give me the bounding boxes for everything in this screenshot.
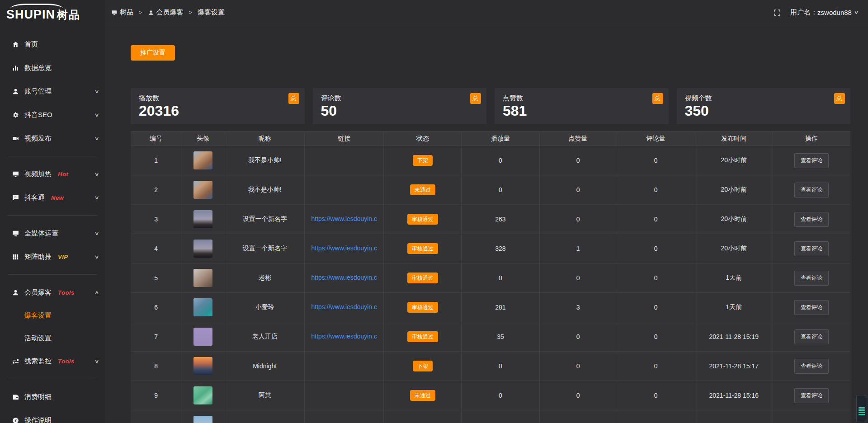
sidebar-item-badge: VIP — [58, 254, 68, 260]
sidebar-item[interactable]: 账号管理 ∨ — [0, 80, 105, 103]
sidebar-item[interactable]: 全媒体运营 ∨ — [0, 221, 105, 245]
cell-status: 审核通过 — [384, 263, 462, 293]
cell-publish-time: 20小时前 — [695, 146, 773, 175]
table-row: 5 老彬 https://www.iesdouyin.c 审核通过 0 0 0 … — [131, 263, 850, 293]
cell-nickname: 小爱玲 — [225, 293, 305, 322]
cell-publish-time: 2021-11-28 15:16 — [695, 381, 773, 410]
grid-icon — [13, 254, 18, 259]
cell-actions: 查看评论 — [773, 234, 850, 263]
cell-avatar — [181, 293, 225, 322]
sidebar-item[interactable]: 消费明细 — [0, 385, 105, 409]
video-link[interactable]: https://www.iesdouyin.c — [311, 303, 377, 310]
sidebar-item[interactable]: 抖音SEO ∨ — [0, 103, 105, 127]
table-row: 1 我不是小帅! 下架 0 0 0 20小时前 查看评论 — [131, 146, 850, 175]
logo-text-cn: 树品 — [57, 9, 80, 21]
cell-link: https://www.iesdouyin.c — [305, 205, 384, 234]
col-avatar: 头像 — [181, 132, 225, 146]
view-comments-button[interactable]: 查看评论 — [794, 153, 829, 168]
screen-icon — [111, 9, 118, 16]
avatar — [193, 416, 212, 423]
sidebar-item-label: 抖客通 — [24, 193, 45, 202]
cell-avatar — [181, 263, 225, 293]
sidebar-item[interactable] — [8, 215, 97, 216]
table-row: 9 阿慧 未通过 0 0 0 2021-11-28 15:16 查看评论 — [131, 381, 850, 410]
cell-avatar — [181, 322, 225, 352]
sidebar-item[interactable]: 爆客设置 — [0, 304, 105, 327]
sidebar-item[interactable]: 会员爆客 Tools ∧ — [0, 281, 105, 304]
cell-link — [305, 146, 384, 175]
cell-no: 8 — [131, 352, 181, 381]
topbar-right: 用户名： zswodun88 ∨ — [773, 8, 858, 17]
video-link[interactable]: https://www.iesdouyin.c — [311, 215, 377, 222]
breadcrumb-item-member[interactable]: 会员爆客 — [148, 8, 184, 17]
cell-publish-time: 1天前 — [695, 293, 773, 322]
chevron-icon: ∧ — [94, 290, 99, 296]
chevron-icon: ∨ — [94, 230, 99, 236]
cell-comments: 0 — [617, 234, 695, 263]
cell-nickname: Midnight — [225, 352, 305, 381]
view-comments-button[interactable]: 查看评论 — [794, 329, 829, 344]
sidebar-item[interactable]: 线索监控 Tools ∨ — [0, 349, 105, 373]
cell-no: 1 — [131, 146, 181, 175]
status-badge: 未通过 — [410, 184, 435, 195]
table-row: 6 小爱玲 https://www.iesdouyin.c 审核通过 281 3… — [131, 293, 850, 322]
avatar — [193, 210, 212, 228]
sidebar-item[interactable]: 视频发布 ∨ — [0, 127, 105, 150]
user-menu[interactable]: 用户名： zswodun88 ∨ — [790, 8, 858, 17]
sidebar-item-label: 视频加热 — [24, 170, 52, 179]
cell-actions: 查看评论 — [773, 175, 850, 205]
floating-widget[interactable] — [856, 395, 867, 422]
sidebar-item[interactable]: 操作说明 — [0, 409, 105, 423]
sidebar-item[interactable]: 数据总览 — [0, 56, 105, 80]
sidebar-item[interactable]: 活动设置 — [0, 327, 105, 349]
username-label: 用户名： — [790, 8, 817, 17]
status-badge: 审核通过 — [407, 214, 438, 225]
stat-card-value: 581 — [503, 103, 660, 119]
stat-card: 视频个数 350 总 — [677, 88, 851, 124]
video-table-wrap: 编号 头像 昵称 链接 状态 播放量 点赞量 评论量 发布时间 操作 1 — [131, 131, 850, 423]
sidebar-item[interactable] — [8, 274, 97, 275]
view-comments-button[interactable]: 查看评论 — [794, 183, 829, 197]
app-logo[interactable]: SHUPIN树品 — [0, 0, 105, 26]
breadcrumb-separator: > — [139, 9, 142, 16]
user-icon — [13, 290, 18, 295]
stat-card-label: 视频个数 — [685, 94, 843, 103]
cell-comments: 0 — [617, 263, 695, 293]
cell-likes: 0 — [539, 352, 617, 381]
cell-nickname: 我不是小帅! — [225, 175, 305, 205]
cell-link: https://www.iesdouyin.c — [305, 263, 384, 293]
sidebar-item[interactable]: 首页 — [0, 33, 105, 56]
status-badge: 下架 — [413, 155, 433, 166]
view-comments-button[interactable]: 查看评论 — [794, 388, 829, 403]
cell-comments: 0 — [617, 381, 695, 410]
chevron-icon: ∨ — [94, 89, 99, 94]
view-comments-button[interactable]: 查看评论 — [794, 271, 829, 286]
view-comments-button[interactable]: 查看评论 — [794, 212, 829, 227]
cell-plays: 0 — [462, 352, 539, 381]
avatar — [193, 298, 212, 316]
sidebar-item[interactable]: 视频加热 Hot ∨ — [0, 162, 105, 186]
view-comments-button[interactable]: 查看评论 — [794, 300, 829, 315]
video-link[interactable]: https://www.iesdouyin.c — [311, 244, 377, 252]
view-comments-button[interactable]: 查看评论 — [794, 359, 829, 374]
cell-nickname — [225, 410, 305, 423]
stat-card-value: 350 — [685, 103, 843, 119]
stat-card-value: 20316 — [139, 103, 297, 119]
heat-monitor-icon — [13, 171, 19, 177]
fullscreen-icon[interactable] — [773, 9, 781, 17]
cell-avatar — [181, 175, 225, 205]
sidebar-item[interactable] — [8, 379, 97, 379]
cell-comments: 0 — [617, 205, 695, 234]
promo-settings-button[interactable]: 推广设置 — [131, 45, 175, 61]
stat-card-label: 播放数 — [139, 94, 297, 103]
sidebar-item-label: 首页 — [24, 40, 38, 49]
col-no: 编号 — [131, 132, 181, 146]
view-comments-button[interactable]: 查看评论 — [794, 241, 829, 256]
sidebar-item[interactable]: 抖客通 New ∨ — [0, 186, 105, 209]
video-link[interactable]: https://www.iesdouyin.c — [311, 333, 377, 340]
video-link[interactable]: https://www.iesdouyin.c — [311, 274, 377, 281]
breadcrumb-item-home[interactable]: 树品 — [111, 8, 133, 17]
sidebar-item[interactable]: 矩阵助推 VIP ∨ — [0, 245, 105, 268]
table-row: 4 设置一个新名字 https://www.iesdouyin.c 审核通过 3… — [131, 234, 850, 263]
sidebar-item[interactable] — [8, 156, 97, 156]
